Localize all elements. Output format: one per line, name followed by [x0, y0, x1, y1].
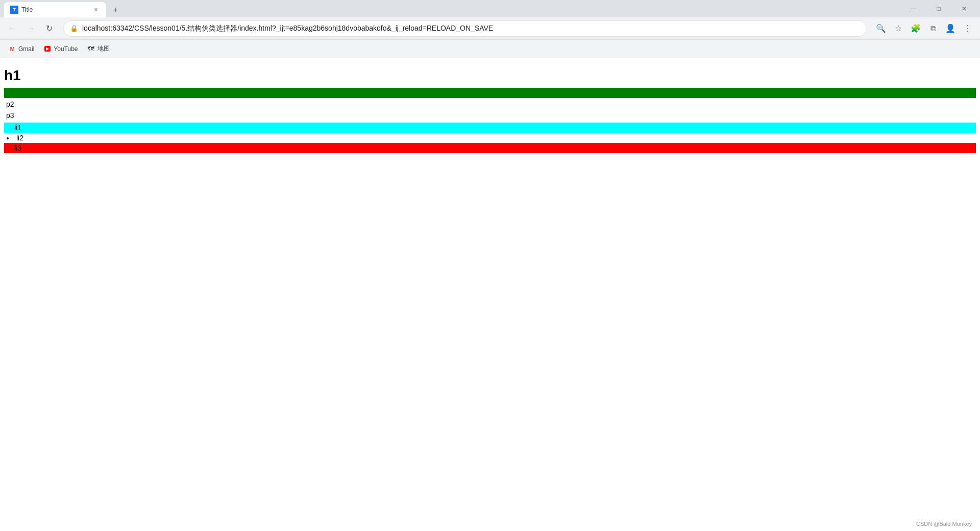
paragraph-2: p2: [4, 99, 976, 109]
bookmark-maps[interactable]: 🗺 地图: [83, 42, 114, 55]
close-button[interactable]: ✕: [952, 1, 976, 17]
nav-actions: 🔍 ☆ 🧩 ⧉ 👤 ⋮: [873, 20, 976, 37]
bookmark-gmail-label: Gmail: [18, 45, 34, 53]
paragraph-1: p1: [4, 88, 976, 98]
address-bar[interactable]: 🔒 localhost:63342/CSS/lesson01/5.结构伪类选择器…: [63, 20, 867, 37]
bookmark-youtube[interactable]: ▶ YouTube: [39, 43, 82, 55]
browser-menu-icon[interactable]: ⋮: [960, 20, 976, 37]
list-item-1: li1: [4, 123, 976, 133]
new-tab-button[interactable]: +: [108, 3, 122, 17]
content-list: li1 li2 li3: [4, 123, 976, 153]
bookmark-gmail[interactable]: M Gmail: [4, 43, 38, 55]
search-icon[interactable]: 🔍: [873, 20, 889, 37]
tab-title: Title: [21, 6, 89, 13]
list-item-3: li3: [4, 143, 976, 153]
browser-window: T Title × + — □ ✕ ← → ↻ 🔒 localhost:6334…: [0, 0, 980, 531]
tab-close-button[interactable]: ×: [92, 6, 100, 14]
bookmark-youtube-label: YouTube: [54, 45, 78, 53]
maximize-button[interactable]: □: [927, 1, 950, 17]
back-button[interactable]: ←: [4, 20, 20, 37]
minimize-button[interactable]: —: [901, 1, 925, 17]
page-heading: h1: [4, 67, 976, 84]
gmail-icon: M: [8, 45, 16, 53]
nav-bar: ← → ↻ 🔒 localhost:63342/CSS/lesson01/5.结…: [0, 17, 980, 40]
list-item-2: li2: [14, 133, 976, 143]
extension-icon[interactable]: 🧩: [908, 20, 924, 37]
maps-icon: 🗺: [87, 45, 95, 53]
page-footer-watermark: CSDN @Bald Monkey: [916, 521, 972, 527]
window-controls: — □ ✕: [901, 1, 976, 17]
forward-button[interactable]: →: [22, 20, 39, 37]
lock-icon: 🔒: [70, 25, 78, 32]
split-icon[interactable]: ⧉: [925, 20, 941, 37]
youtube-icon: ▶: [43, 45, 52, 53]
bookmarks-bar: M Gmail ▶ YouTube 🗺 地图: [0, 40, 980, 58]
account-icon[interactable]: 👤: [942, 20, 959, 37]
bookmark-icon[interactable]: ☆: [890, 20, 906, 37]
url-text: localhost:63342/CSS/lesson01/5.结构伪类选择器/i…: [82, 24, 860, 33]
tab-bar: T Title × +: [4, 0, 897, 17]
page-content: h1 p1 p2 p3 li1 li2 li3: [0, 58, 980, 531]
tab-favicon: T: [10, 6, 18, 14]
reload-button[interactable]: ↻: [41, 20, 57, 37]
title-bar: T Title × + — □ ✕: [0, 0, 980, 17]
bookmark-maps-label: 地图: [97, 44, 110, 53]
browser-tab[interactable]: T Title ×: [4, 2, 106, 17]
paragraph-3: p3: [4, 110, 976, 120]
